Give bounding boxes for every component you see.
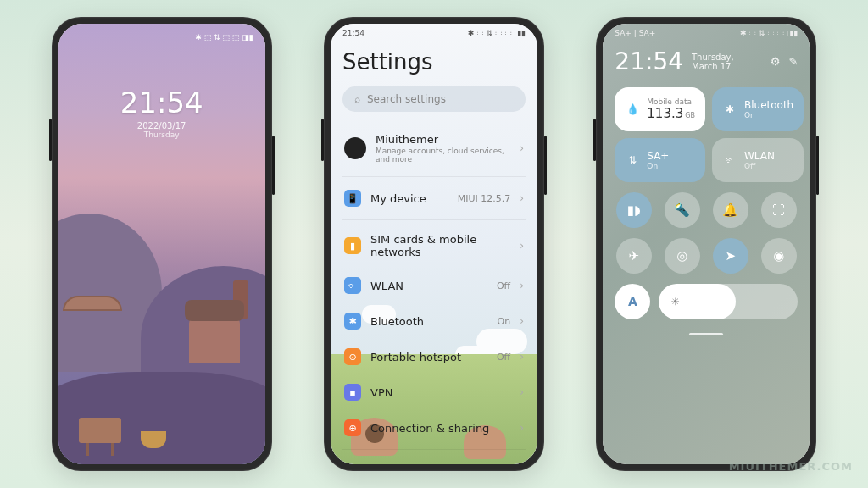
avatar [344,137,366,159]
row-value: On [498,316,511,327]
row-value: MIUI 12.5.7 [458,193,511,204]
toggle-vibrate[interactable]: ▮◗ [616,192,652,228]
settings-row-bluetooth[interactable]: ✱ Bluetooth On › [342,303,526,339]
account-row[interactable]: Miuithemer Manage accounts, cloud servic… [342,124,526,173]
control-center-screen[interactable]: SA+ | SA+ ✱ ⬚ ⇅ ⬚ ⬚ ◨▮ 21:54 Thursday, M… [603,24,810,464]
search-icon: ⌕ [354,93,360,105]
chevron-right-icon: › [520,280,524,291]
vpn-icon: ▪ [344,384,361,401]
chevron-right-icon: › [520,142,524,154]
bluetooth-icon: ✱ [344,313,361,330]
connection-icon: ⊕ [344,419,361,436]
settings-screen[interactable]: 21:54 ✱ ⬚ ⇅ ⬚ ⬚ ◨▮ Settings ⌕ Search set… [331,24,537,464]
tile-sa[interactable]: ⇅ SA+On [615,138,705,182]
watermark: MIUITHEMER.COM [729,460,853,473]
toggle-eye[interactable]: ◉ [761,238,797,274]
settings-row-hotspot[interactable]: ⊙ Portable hotspot Off › [342,339,526,374]
tile-bluetooth[interactable]: ✱ BluetoothOn [712,87,804,131]
chevron-right-icon: › [520,240,524,252]
status-bar: ✱ ⬚ ⇅ ⬚ ⬚ ◨▮ [58,29,265,46]
wallpaper-hills [58,200,265,464]
flashlight-icon: 🔦 [674,202,690,218]
eye-icon: ◉ [773,248,784,263]
chevron-right-icon: › [520,192,524,204]
wallpaper-illustration: ✱ ⬚ ⇅ ⬚ ⬚ ◨▮ 21:54 2022/03/17 Thursday [58,24,265,464]
chevron-right-icon: › [520,422,524,434]
auto-brightness-button[interactable]: A [615,284,650,319]
lock-clock: 21:54 2022/03/17 Thursday [58,86,265,139]
phone-control-center: SA+ | SA+ ✱ ⬚ ⇅ ⬚ ⬚ ◨▮ 21:54 Thursday, M… [596,17,816,471]
airplane-icon: ✈ [629,248,640,263]
chevron-right-icon: › [520,315,524,327]
lock-time: 21:54 [58,86,265,119]
sim-icon: ▮ [344,237,361,254]
wallpaper-house [189,317,240,363]
settings-row-vpn[interactable]: ▪ VPN › [342,374,526,410]
wifi-icon: ᯤ [722,152,737,168]
toggle-dnd[interactable]: 🔔 [713,192,748,228]
data-arrows-icon: ⇅ [625,152,640,168]
edit-icon[interactable]: ✎ [788,55,798,68]
row-value: Off [497,280,510,291]
toggle-screenshot[interactable]: ⛶ [761,192,797,228]
vibrate-icon: ▮◗ [627,202,641,218]
settings-row-wallpaper[interactable]: ▣ Wallpaper & personalization › [342,453,526,464]
bluetooth-icon: ✱ [722,102,737,117]
cc-header: 21:54 Thursday, March 17 ⚙ ✎ [615,47,798,75]
lockscreen: ✱ ⬚ ⇅ ⬚ ⬚ ◨▮ 21:54 2022/03/17 Thursday [58,24,265,464]
chevron-right-icon: › [520,386,524,398]
cc-time: 21:54 [615,47,683,75]
cc-date: Thursday, March 17 [692,53,762,71]
account-subtitle: Manage accounts, cloud services, and mor… [376,147,510,164]
row-value: Off [497,352,510,363]
search-placeholder: Search settings [367,93,446,105]
device-icon: 📱 [344,190,361,207]
brightness-slider[interactable]: ☀ [659,284,798,319]
page-title: Settings [342,49,526,75]
phone-lockscreen: ✱ ⬚ ⇅ ⬚ ⬚ ◨▮ 21:54 2022/03/17 Thursday [52,17,272,471]
wallpaper-table [79,418,121,443]
divider [342,449,526,450]
location-icon: ➤ [726,248,737,263]
settings-row-sim[interactable]: ▮ SIM cards & mobile networks › [342,224,526,268]
wifi-icon: ᯤ [344,277,361,294]
settings-row-wlan[interactable]: ᯤ WLAN Off › [342,268,526,303]
lock-rotation-icon: ◎ [676,248,687,263]
status-icons: ✱ ⬚ ⇅ ⬚ ⬚ ◨▮ [195,33,253,42]
wallpaper-bridge [63,296,122,311]
chevron-right-icon: › [520,351,524,363]
search-input[interactable]: ⌕ Search settings [342,86,526,112]
drag-handle[interactable] [689,333,723,336]
tile-mobile-data[interactable]: 💧 Mobile data 113.3GB [615,87,705,131]
settings-row-my-device[interactable]: 📱 My device MIUI 12.5.7 › [342,180,526,216]
toggle-flashlight[interactable]: 🔦 [665,192,700,228]
divider [342,176,526,177]
screenshot-icon: ⛶ [772,202,785,218]
toggle-location[interactable]: ➤ [713,238,748,274]
account-name: Miuithemer [376,133,510,146]
lock-date: 2022/03/17 [58,121,265,130]
status-icons: ✱ ⬚ ⇅ ⬚ ⬚ ◨▮ [740,29,798,37]
settings-row-connection[interactable]: ⊕ Connection & sharing › [342,410,526,446]
settings-icon[interactable]: ⚙ [771,55,781,68]
divider [342,219,526,220]
water-drop-icon: 💧 [625,102,640,117]
tile-wlan[interactable]: ᯤ WLANOff [712,138,804,182]
toggle-lock[interactable]: ◎ [665,238,700,274]
hotspot-icon: ⊙ [344,348,361,365]
bell-icon: 🔔 [722,202,738,218]
status-sim: SA+ | SA+ [615,29,655,37]
phone-settings: 21:54 ✱ ⬚ ⇅ ⬚ ⬚ ◨▮ Settings ⌕ Search set… [324,17,544,471]
brightness-icon: ☀ [670,296,680,308]
lock-day: Thursday [58,130,265,139]
toggle-airplane[interactable]: ✈ [616,238,652,274]
